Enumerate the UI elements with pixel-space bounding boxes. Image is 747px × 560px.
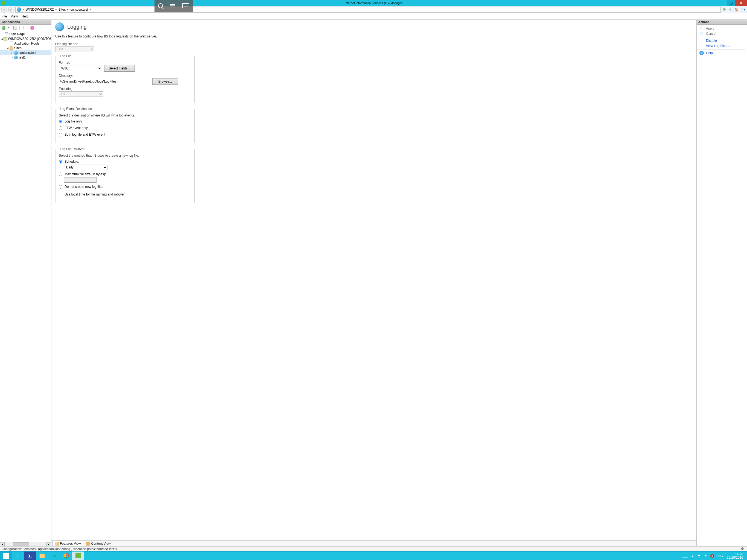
tree-server[interactable]: ◢ WINDOWS2012R2 (CONTOSO\Administrator) [0, 36, 51, 41]
keyboard-icon[interactable] [182, 3, 189, 8]
tree-horizontal-scrollbar[interactable]: ◂ ▸ [0, 542, 51, 546]
titlebar: Internet Information Services (IIS) Mana… [0, 0, 747, 6]
menu-view[interactable]: View [11, 15, 18, 18]
radio-log-file-only[interactable] [59, 120, 62, 123]
addressbar-tools: ⟳ ✖ 🏠 ❔▾ [722, 7, 746, 12]
network-icon[interactable]: ⚑ [703, 554, 707, 558]
task-iis-manager[interactable] [72, 552, 84, 560]
radio-max-size[interactable] [59, 173, 62, 176]
tab-content-view[interactable]: Content View [84, 541, 113, 546]
action-help[interactable]: ? Help [697, 50, 747, 55]
keyboard-tray-icon[interactable] [682, 554, 688, 558]
select-fields-button[interactable]: Select Fields... [104, 65, 135, 72]
rollover-opt-maxsize[interactable]: Maximum file size (in bytes): [59, 172, 191, 176]
dest-opt-etw[interactable]: ETW event only [59, 126, 191, 130]
actions-header: Actions [697, 20, 747, 25]
start-button[interactable] [0, 552, 12, 560]
tree-label: Sites [14, 46, 22, 50]
system-tray: ▴ ⚑ ⚑ 🔇 ENG 14:26 25/10/2016 [682, 553, 747, 559]
tree-site-test1[interactable]: ▷ test1 [0, 55, 51, 59]
checkbox-local-time[interactable] [59, 193, 62, 196]
connect-icon[interactable] [1, 25, 6, 30]
action-apply: 📄 Apply [697, 26, 747, 31]
refresh-icon[interactable]: ⟳ [722, 7, 727, 12]
task-server-manager[interactable]: 🗄 [12, 552, 24, 560]
tree-sites[interactable]: ◢ Sites [0, 46, 51, 50]
connections-toolbar: ▼ ⇧ [0, 25, 51, 31]
status-text: Configuration: 'localhost' applicationHo… [2, 547, 117, 551]
actions-panel: Actions 📄 Apply 📄 Cancel Disable View Lo… [697, 20, 747, 546]
action-label: Help [706, 51, 713, 55]
forward-button[interactable]: ► [8, 6, 14, 12]
task-store[interactable]: 🛍 [48, 552, 60, 560]
breadcrumb-item[interactable]: contoso.test [70, 8, 88, 11]
format-label: Format: [59, 61, 191, 65]
server-icon [4, 36, 7, 41]
home-icon[interactable]: 🏠 [734, 7, 739, 12]
task-chrome[interactable] [60, 552, 72, 560]
tree-start-page[interactable]: Start Page [0, 32, 51, 36]
actions-divider [698, 49, 745, 50]
breadcrumb-item[interactable]: WINDOWS2012R2 [26, 8, 54, 11]
rollover-opt-none[interactable]: Do not create new log files [59, 185, 191, 189]
close-button[interactable]: ✕ [735, 0, 747, 6]
rollover-opt-schedule[interactable]: Schedule: [59, 160, 191, 163]
menu-icon[interactable] [170, 4, 175, 7]
schedule-select[interactable]: Daily [64, 164, 107, 170]
action-label: Apply [706, 27, 714, 30]
clock-time: 14:26 [727, 553, 743, 556]
task-explorer[interactable] [36, 552, 48, 560]
scroll-thumb[interactable] [13, 542, 29, 546]
radio-schedule[interactable] [59, 160, 62, 163]
menu-help[interactable]: Help [22, 15, 28, 18]
directory-input[interactable] [59, 79, 150, 84]
action-label: Disable [706, 39, 717, 43]
save-icon[interactable] [13, 25, 18, 30]
tree-site-contoso[interactable]: ▷ contoso.test [0, 50, 51, 55]
help-dropdown-icon[interactable]: ❔▾ [740, 7, 745, 12]
tray-chevron-icon[interactable]: ▴ [690, 554, 695, 558]
flag-icon[interactable]: ⚑ [697, 554, 701, 558]
radio-both[interactable] [59, 133, 62, 136]
logging-icon [55, 22, 64, 31]
dest-opt-both[interactable]: Both log file and ETW event [59, 133, 191, 136]
connections-header: Connections [0, 20, 51, 25]
maximize-button[interactable]: ▢ [727, 0, 735, 6]
destination-desc: Select the destination where IIS will wr… [59, 113, 191, 117]
radio-no-new[interactable] [59, 185, 62, 189]
log-file-group: Log File Format: W3C Select Fields... Di… [55, 54, 195, 103]
connections-tree[interactable]: Start Page ◢ WINDOWS2012R2 (CONTOSO\Admi… [0, 31, 51, 546]
task-powershell[interactable]: ❯_ [24, 552, 36, 560]
clock-date: 25/10/2016 [727, 556, 743, 559]
scroll-left-button[interactable]: ◂ [0, 542, 5, 546]
tab-label: Features View [60, 542, 81, 545]
zoom-icon[interactable] [158, 3, 163, 8]
tab-features-view[interactable]: Features View [52, 541, 83, 546]
radio-etw-only[interactable] [59, 126, 62, 130]
action-disable[interactable]: Disable [697, 38, 747, 43]
one-log-select: Site [55, 47, 94, 52]
format-select[interactable]: W3C [59, 66, 102, 71]
tree-app-pools[interactable]: Application Pools [0, 41, 51, 46]
local-time-row[interactable]: Use local time for file naming and rollo… [59, 193, 191, 196]
clock[interactable]: 14:26 25/10/2016 [725, 553, 745, 559]
globe-icon [17, 7, 21, 12]
action-view-logs[interactable]: View Log Files... [697, 43, 747, 48]
minimize-button[interactable]: — [720, 0, 727, 6]
folder-icon [9, 46, 14, 50]
server-icon[interactable] [30, 25, 35, 30]
radio-label: Both log file and ETW event [65, 133, 105, 136]
breadcrumb-item[interactable]: Sites [58, 8, 66, 11]
radio-label: Do not create new log files [65, 185, 103, 189]
browse-button[interactable]: Browse... [152, 78, 178, 85]
sound-icon[interactable]: 🔇 [710, 554, 714, 558]
tree-label: Application Pools [14, 42, 40, 45]
language-indicator[interactable]: ENG [716, 554, 723, 558]
back-button[interactable]: ◄ [1, 6, 7, 12]
scroll-right-button[interactable]: ▸ [47, 542, 51, 546]
breadcrumb[interactable]: ▸ WINDOWS2012R2 ▸ Sites ▸ contoso.test ▸ [15, 6, 721, 12]
stop-icon[interactable]: ✖ [728, 7, 733, 12]
menu-file[interactable]: File [2, 15, 7, 18]
dest-opt-logfile[interactable]: Log file only [59, 120, 191, 123]
up-icon[interactable]: ⇧ [21, 25, 26, 30]
